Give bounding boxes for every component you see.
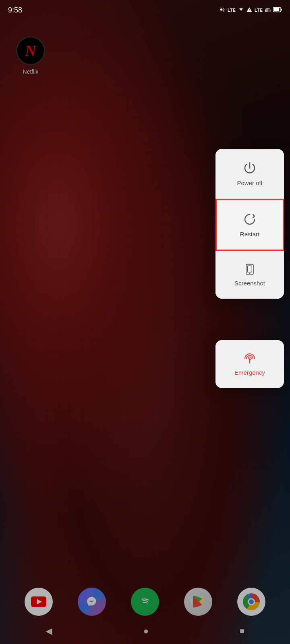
lte2-icon: LTE	[255, 8, 263, 12]
status-bar: 9:58 LTE LTE	[0, 0, 290, 20]
svg-rect-9	[248, 266, 252, 272]
emergency-icon	[243, 352, 256, 365]
power-off-label: Power off	[237, 180, 262, 186]
svg-rect-0	[265, 9, 266, 12]
restart-icon	[242, 212, 257, 227]
power-menu: Power off Restart Screenshot	[215, 149, 284, 299]
status-icons: LTE LTE	[220, 7, 282, 14]
emergency-label: Emergency	[234, 369, 265, 376]
svg-rect-3	[269, 8, 269, 12]
screenshot-label: Screenshot	[234, 280, 265, 287]
svg-point-10	[249, 272, 251, 274]
svg-rect-6	[281, 8, 282, 10]
power-off-button[interactable]: Power off	[215, 149, 284, 199]
restart-button[interactable]: Restart	[215, 199, 284, 251]
svg-rect-1	[267, 8, 267, 12]
overlay-dim[interactable]	[0, 0, 290, 644]
emergency-section: Emergency	[215, 340, 284, 388]
emergency-button[interactable]: Emergency	[215, 340, 284, 388]
battery-icon	[273, 7, 282, 14]
svg-rect-7	[274, 8, 280, 11]
screenshot-button[interactable]: Screenshot	[215, 251, 284, 299]
status-time: 9:58	[8, 6, 22, 14]
screenshot-icon	[243, 263, 256, 276]
restart-label: Restart	[240, 231, 259, 237]
wifi-icon	[238, 7, 244, 13]
lte-icon: LTE	[228, 8, 236, 12]
svg-rect-2	[267, 8, 268, 11]
signal2-icon	[265, 7, 271, 14]
signal1-icon	[246, 7, 252, 14]
mute-icon	[220, 7, 225, 14]
svg-rect-4	[270, 9, 271, 12]
power-off-icon	[242, 161, 257, 175]
